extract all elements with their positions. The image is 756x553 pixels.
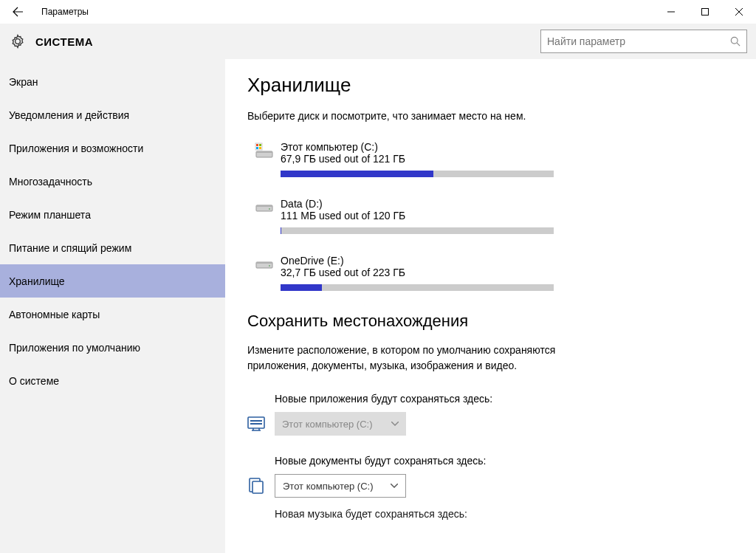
drive-usage: 111 МБ used out of 120 ГБ: [281, 210, 734, 221]
svg-rect-19: [252, 481, 263, 493]
sidebar-item-apps-features[interactable]: Приложения и возможности: [0, 131, 225, 165]
drive-hdd-icon: [247, 255, 281, 274]
apps-icon: [247, 416, 275, 432]
sidebar-item-label: Хранилище: [9, 275, 65, 287]
search-box[interactable]: [540, 30, 747, 53]
save-row-documents: Новые документы будут сохраняться здесь:…: [247, 455, 734, 498]
sidebar-item-notifications[interactable]: Уведомления и действия: [0, 98, 225, 131]
window-title: Параметры: [35, 7, 89, 17]
maximize-icon: [701, 8, 709, 16]
svg-rect-3: [256, 151, 272, 153]
minimize-button[interactable]: [654, 0, 688, 24]
header-bar: СИСТЕМА: [0, 24, 756, 59]
drive-bar-fill: [281, 284, 322, 291]
drive-bar-fill: [281, 171, 433, 177]
svg-rect-17: [250, 423, 262, 425]
dropdown-value: Этот компьютер (C:): [282, 419, 372, 430]
sidebar-item-label: О системе: [9, 375, 59, 387]
minimize-icon: [667, 8, 675, 16]
svg-rect-6: [259, 144, 261, 146]
sidebar-item-about[interactable]: О системе: [0, 364, 225, 397]
search-icon: [730, 36, 740, 47]
drive-row-e[interactable]: OneDrive (E:) 32,7 ГБ used out of 223 ГБ: [247, 255, 734, 291]
save-row-apps: Новые приложения будут сохраняться здесь…: [247, 393, 734, 436]
save-label: Новые документы будут сохраняться здесь:: [275, 455, 734, 467]
svg-rect-8: [259, 147, 261, 149]
drive-usage: 67,9 ГБ used out of 121 ГБ: [281, 153, 734, 165]
apps-location-dropdown[interactable]: Этот компьютер (C:): [275, 412, 406, 436]
drive-bar: [281, 227, 554, 234]
sidebar-item-tablet-mode[interactable]: Режим планшета: [0, 198, 225, 231]
drive-name: OneDrive (E:): [281, 255, 734, 267]
svg-point-14: [269, 265, 270, 267]
documents-icon: [247, 478, 275, 494]
sidebar: Экран Уведомления и действия Приложения …: [0, 59, 225, 553]
svg-rect-0: [702, 9, 709, 16]
drive-bar: [281, 284, 554, 291]
drive-row-d[interactable]: Data (D:) 111 МБ used out of 120 ГБ: [247, 198, 734, 234]
sidebar-item-label: Приложения и возможности: [9, 142, 143, 154]
sidebar-item-label: Приложения по умолчанию: [9, 342, 140, 354]
svg-rect-15: [248, 417, 264, 428]
search-input[interactable]: [547, 35, 730, 47]
drive-name: Data (D:): [281, 198, 734, 210]
section-title: СИСТЕМА: [35, 35, 93, 48]
maximize-button[interactable]: [688, 0, 722, 24]
main-content: Хранилище Выберите диск и посмотрите, чт…: [225, 59, 756, 553]
drive-bar-fill: [281, 227, 281, 234]
sidebar-item-label: Экран: [9, 76, 38, 88]
arrow-left-icon: [12, 6, 24, 18]
sidebar-item-storage[interactable]: Хранилище: [0, 264, 225, 298]
drive-name: Этот компьютер (C:): [281, 141, 734, 153]
documents-location-dropdown[interactable]: Этот компьютер (C:): [275, 474, 406, 498]
dropdown-value: Этот компьютер (C:): [283, 481, 373, 492]
page-title: Хранилище: [247, 74, 734, 97]
chevron-down-icon: [391, 484, 398, 488]
sidebar-item-offline-maps[interactable]: Автономные карты: [0, 298, 225, 331]
sidebar-item-label: Автономные карты: [9, 309, 100, 320]
sidebar-item-display[interactable]: Экран: [0, 65, 225, 98]
svg-rect-10: [256, 205, 272, 207]
drive-system-icon: [247, 141, 281, 160]
svg-point-11: [269, 208, 270, 210]
svg-rect-16: [250, 420, 262, 422]
save-locations-description: Измените расположение, в котором по умол…: [247, 343, 565, 374]
sidebar-item-label: Питание и спящий режим: [9, 242, 131, 254]
svg-rect-7: [256, 147, 258, 149]
back-button[interactable]: [0, 0, 35, 24]
close-icon: [735, 8, 743, 16]
drive-row-c[interactable]: Этот компьютер (C:) 67,9 ГБ used out of …: [247, 141, 734, 177]
close-button[interactable]: [722, 0, 756, 24]
settings-icon: [9, 32, 27, 50]
svg-rect-13: [256, 262, 272, 264]
sidebar-item-label: Уведомления и действия: [9, 109, 129, 121]
drive-bar: [281, 171, 554, 177]
titlebar: Параметры: [0, 0, 756, 24]
save-label: Новые приложения будут сохраняться здесь…: [275, 393, 734, 405]
svg-point-1: [731, 37, 738, 44]
sidebar-item-power-sleep[interactable]: Питание и спящий режим: [0, 231, 225, 264]
svg-rect-5: [256, 144, 258, 146]
sidebar-item-label: Многозадачность: [9, 176, 92, 188]
storage-description: Выберите диск и посмотрите, что занимает…: [247, 110, 734, 122]
save-locations-title: Сохранить местонахождения: [247, 312, 734, 331]
sidebar-item-default-apps[interactable]: Приложения по умолчанию: [0, 331, 225, 364]
chevron-down-icon: [391, 422, 399, 426]
sidebar-item-multitasking[interactable]: Многозадачность: [0, 165, 225, 198]
drive-hdd-icon: [247, 198, 281, 217]
sidebar-item-label: Режим планшета: [9, 209, 91, 221]
drive-usage: 32,7 ГБ used out of 223 ГБ: [281, 267, 734, 278]
save-label-cutoff: Новая музыка будет сохраняться здесь:: [275, 508, 734, 520]
